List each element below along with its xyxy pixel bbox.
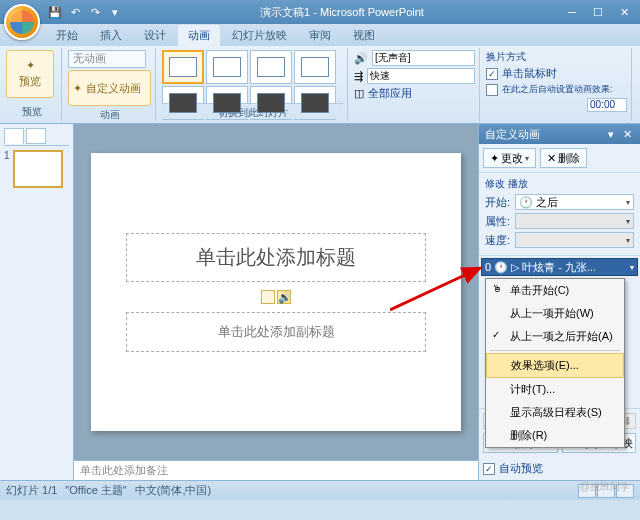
transition-gallery[interactable] bbox=[162, 50, 343, 100]
advance-time-input[interactable]: 00:00 bbox=[587, 98, 627, 112]
ctx-start-afterprev[interactable]: ✓从上一项之后开始(A) bbox=[486, 325, 624, 348]
group-transition: 切换到此幻灯片 bbox=[158, 48, 348, 121]
tab-view[interactable]: 视图 bbox=[343, 25, 385, 46]
ctx-effect-options[interactable]: 效果选项(E)... bbox=[486, 353, 624, 378]
sound-icon: 🔊 bbox=[354, 52, 368, 65]
effect-context-menu: 🖱单击开始(C) 从上一项开始(W) ✓从上一项之后开始(A) 效果选项(E).… bbox=[485, 278, 625, 448]
remove-icon: ✕ bbox=[547, 152, 556, 165]
sound-dropdown[interactable]: [无声音] bbox=[372, 50, 475, 66]
play-icon: ▷ bbox=[511, 261, 519, 274]
effect-name: 叶炫青 - 九张... bbox=[522, 260, 627, 275]
auto-label: 在此之后自动设置动画效果: bbox=[502, 83, 613, 96]
star-icon: ✦ bbox=[26, 59, 35, 72]
tab-home[interactable]: 开始 bbox=[46, 25, 88, 46]
clock-icon: 🕐 bbox=[494, 261, 508, 274]
effect-list: 0 🕐 ▷ 叶炫青 - 九张... ▾ 🖱单击开始(C) 从上一项开始(W) ✓… bbox=[479, 256, 640, 408]
group-preview: ✦ 预览 预览 bbox=[2, 48, 62, 121]
ctx-start-withprev[interactable]: 从上一项开始(W) bbox=[486, 302, 624, 325]
thumb-image[interactable] bbox=[13, 150, 63, 188]
animation-dropdown[interactable]: 无动画 bbox=[68, 50, 146, 68]
taskpane-close-icon[interactable]: ✕ bbox=[620, 127, 634, 141]
property-dropdown: ▾ bbox=[515, 213, 634, 229]
taskpane-header: 自定义动画 ▾ ✕ bbox=[479, 124, 640, 144]
autopreview-label: 自动预览 bbox=[499, 461, 543, 476]
slides-tab[interactable] bbox=[4, 128, 24, 144]
speed-icon: ⇶ bbox=[354, 70, 363, 83]
minimize-button[interactable]: ─ bbox=[560, 3, 584, 21]
tab-review[interactable]: 审阅 bbox=[299, 25, 341, 46]
group-label-preview: 预览 bbox=[6, 103, 57, 119]
remove-effect-button[interactable]: ✕删除 bbox=[540, 148, 587, 168]
tab-slideshow[interactable]: 幻灯片放映 bbox=[222, 25, 297, 46]
apply-all-icon: ◫ bbox=[354, 87, 364, 100]
custom-animation-pane: 自定义动画 ▾ ✕ ✦更改▾ ✕删除 修改 播放 开始:🕐 之后▾ 属性:▾ 速… bbox=[478, 124, 640, 480]
effect-dropdown-icon[interactable]: ▾ bbox=[630, 263, 634, 272]
slide-thumbnail[interactable]: 1 bbox=[4, 150, 69, 188]
watermark: @搜班同学 bbox=[580, 480, 630, 494]
effect-item[interactable]: 0 🕐 ▷ 叶炫青 - 九张... ▾ bbox=[481, 258, 638, 276]
qat-more-icon[interactable]: ▾ bbox=[106, 3, 124, 21]
preview-label: 预览 bbox=[19, 74, 41, 89]
on-click-checkbox[interactable] bbox=[486, 68, 498, 80]
maximize-button[interactable]: ☐ bbox=[586, 3, 610, 21]
qat-redo-icon[interactable]: ↷ bbox=[86, 3, 104, 21]
start-label: 开始: bbox=[485, 195, 515, 210]
modify-label: 修改 播放 bbox=[485, 177, 634, 191]
window-title: 演示文稿1 - Microsoft PowerPoint bbox=[124, 5, 560, 20]
titlebar: 💾 ↶ ↷ ▾ 演示文稿1 - Microsoft PowerPoint ─ ☐… bbox=[0, 0, 640, 24]
ctx-start-onclick[interactable]: 🖱单击开始(C) bbox=[486, 279, 624, 302]
slide: 单击此处添加标题 🔊 单击此处添加副标题 bbox=[91, 153, 461, 431]
group-label-sound bbox=[354, 117, 475, 119]
change-icon: ✦ bbox=[490, 152, 499, 165]
thumb-number: 1 bbox=[4, 150, 10, 161]
status-theme: "Office 主题" bbox=[65, 483, 126, 498]
start-dropdown[interactable]: 🕐 之后▾ bbox=[515, 194, 634, 210]
statusbar: 幻灯片 1/1 "Office 主题" 中文(简体,中国) bbox=[0, 480, 640, 500]
mouse-icon: 🖱 bbox=[492, 283, 502, 294]
taskpane-menu-icon[interactable]: ▾ bbox=[604, 127, 618, 141]
ribbon-tabs: 开始 插入 设计 动画 幻灯片放映 审阅 视图 bbox=[0, 24, 640, 46]
tab-animations[interactable]: 动画 bbox=[178, 25, 220, 46]
status-slide: 幻灯片 1/1 bbox=[6, 483, 57, 498]
effect-index: 0 bbox=[485, 261, 491, 273]
transition-item[interactable] bbox=[294, 50, 336, 84]
qat-save-icon[interactable]: 💾 bbox=[46, 3, 64, 21]
status-language: 中文(简体,中国) bbox=[135, 483, 211, 498]
ctx-show-timeline[interactable]: 显示高级日程表(S) bbox=[486, 401, 624, 424]
transition-item[interactable] bbox=[250, 50, 292, 84]
transition-item[interactable] bbox=[206, 50, 248, 84]
ribbon: ✦ 预览 预览 无动画 ✦ 自定义动画 动画 切换到此幻灯片 🔊[无声 bbox=[0, 46, 640, 124]
thumbnail-pane: 1 bbox=[0, 124, 74, 480]
ctx-delete[interactable]: 删除(R) bbox=[486, 424, 624, 447]
workspace: 1 单击此处添加标题 🔊 单击此处添加副标题 单击此处添加备注 自定义动画 ▾ … bbox=[0, 124, 640, 480]
transition-none[interactable] bbox=[162, 50, 204, 84]
speed-dropdown[interactable]: 快速 bbox=[367, 68, 475, 84]
slide-editor: 单击此处添加标题 🔊 单击此处添加副标题 单击此处添加备注 bbox=[74, 124, 478, 480]
ctx-timing[interactable]: 计时(T)... bbox=[486, 378, 624, 401]
speed-label: 速度: bbox=[485, 233, 515, 248]
preview-button[interactable]: ✦ 预览 bbox=[6, 50, 54, 98]
speed-dropdown: ▾ bbox=[515, 232, 634, 248]
qat-undo-icon[interactable]: ↶ bbox=[66, 3, 84, 21]
subtitle-placeholder[interactable]: 单击此处添加副标题 bbox=[126, 312, 426, 352]
custom-animation-button[interactable]: ✦ 自定义动画 bbox=[68, 70, 151, 106]
quick-access-toolbar: 💾 ↶ ↷ ▾ bbox=[46, 3, 124, 21]
group-label-anim: 动画 bbox=[68, 106, 151, 122]
autopreview-checkbox[interactable] bbox=[483, 463, 495, 475]
slide-canvas[interactable]: 单击此处添加标题 🔊 单击此处添加副标题 bbox=[74, 124, 478, 460]
change-effect-button[interactable]: ✦更改▾ bbox=[483, 148, 536, 168]
tab-insert[interactable]: 插入 bbox=[90, 25, 132, 46]
group-sound: 🔊[无声音] ⇶快速 ◫全部应用 bbox=[350, 48, 480, 121]
title-placeholder[interactable]: 单击此处添加标题 bbox=[126, 233, 426, 282]
notes-pane[interactable]: 单击此处添加备注 bbox=[74, 460, 478, 480]
tab-design[interactable]: 设计 bbox=[134, 25, 176, 46]
check-icon: ✓ bbox=[492, 329, 500, 340]
office-button[interactable] bbox=[4, 4, 40, 40]
apply-all-button[interactable]: 全部应用 bbox=[368, 86, 412, 101]
close-button[interactable]: ✕ bbox=[612, 3, 636, 21]
outline-tab[interactable] bbox=[26, 128, 46, 144]
auto-advance-checkbox[interactable] bbox=[486, 84, 498, 96]
taskpane-title: 自定义动画 bbox=[485, 127, 540, 142]
group-animation: 无动画 ✦ 自定义动画 动画 bbox=[64, 48, 156, 121]
sound-indicator-icon: 🔊 bbox=[277, 290, 291, 304]
